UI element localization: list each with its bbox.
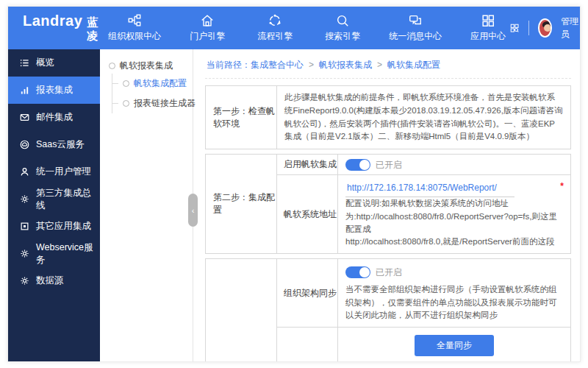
- sidebar-item-third-party-bus[interactable]: 第三方集成总线: [8, 185, 100, 213]
- sidebar-item-label: 概览: [36, 57, 54, 69]
- sidebar-item-label: 第三方集成总线: [36, 187, 100, 212]
- sidebar-item-label: Webservice服务: [36, 241, 100, 266]
- nav-label: 统一消息中心: [389, 30, 442, 43]
- sidebar-item-report-integration[interactable]: 报表集成: [8, 77, 100, 104]
- top-header: Landray 蓝凌 组织权限中心 门户引擎: [8, 7, 580, 49]
- tree-connector: [112, 103, 118, 104]
- system-address-row: 帆软系统地址 http://172.16.178.14:8075/WebRepo…: [277, 175, 570, 253]
- panel-collapse-handle[interactable]: ‹: [188, 194, 198, 227]
- tree-panel: 帆软报表集成 帆软集成配置 报表链接生成器 ‹: [100, 49, 193, 361]
- sidebar-item-label: 其它应用集成: [36, 220, 91, 233]
- breadcrumb-item-fanruan-report[interactable]: 帆软报表集成: [319, 60, 372, 70]
- sidebar-item-overview[interactable]: 概览: [8, 49, 100, 77]
- nav-label: 组织权限中心: [108, 30, 161, 43]
- breadcrumb-separator: >: [309, 60, 314, 70]
- home-icon: [200, 13, 215, 28]
- cloud-icon: [20, 140, 29, 149]
- search-icon: [335, 13, 350, 28]
- full-sync-row: 全量同步 全量同步 此操作正常只执行一次，就是上面的配置完成之后，执行一次全量同…: [277, 328, 570, 361]
- sidebar-item-label: Saas云服务: [36, 138, 85, 151]
- gear-icon: [20, 276, 29, 286]
- step2-title: 第二步：集成配置: [206, 155, 277, 253]
- nav-org-permission-center[interactable]: 组织权限中心: [108, 13, 161, 43]
- sidebar-item-datasource[interactable]: 数据源: [8, 267, 100, 294]
- sidebar-item-saas-cloud[interactable]: Saas云服务: [8, 131, 100, 158]
- breadcrumb-prefix: 当前路径：: [207, 60, 251, 70]
- tree-node-label: 帆软集成配置: [134, 77, 187, 90]
- org-sync-row: 组织架构同步 已开启 当不需要全部组织架构进行同步（手动设置帆软系统的组织架构）…: [277, 259, 570, 328]
- sidebar-item-user-management[interactable]: 统一用户管理: [8, 158, 100, 185]
- left-sidebar: 概览 报表集成 邮件集成 Saas云服务: [8, 49, 100, 361]
- nav-search-engine[interactable]: 搜索引擎: [321, 13, 364, 43]
- sidebar-item-other-apps[interactable]: 其它应用集成: [8, 213, 100, 240]
- box-icon: [20, 222, 29, 231]
- enable-integration-toggle[interactable]: [345, 159, 370, 171]
- step1-description: 此步骤是帆软集成的前提条件，即帆软系统环境准备，首先是安装帆软系统FineRep…: [277, 86, 570, 149]
- system-address-label: 帆软系统地址: [277, 175, 338, 253]
- logo-text-cn: 蓝凌: [87, 15, 98, 43]
- config-table: 第一步：检查帆软环境 此步骤是帆软集成的前提条件，即帆软系统环境准备，首先是安装…: [205, 79, 571, 361]
- tree-item-integration-config[interactable]: 帆软集成配置: [112, 74, 193, 93]
- overview-list-icon: [20, 58, 29, 68]
- nav-label: 应用中心: [470, 30, 506, 43]
- nav-label: 搜索引擎: [325, 30, 360, 43]
- nav-label: 门户引擎: [190, 30, 225, 43]
- header-divider: [528, 21, 529, 35]
- user-icon: [20, 167, 29, 177]
- step1-section: 第一步：检查帆软环境 此步骤是帆软集成的前提条件，即帆软系统环境准备，首先是安装…: [205, 85, 571, 149]
- sidebar-item-label: 报表集成: [36, 84, 73, 96]
- breadcrumb-separator: >: [377, 60, 382, 70]
- apps-grid-icon: [481, 13, 495, 28]
- chevron-left-icon: ‹: [192, 206, 195, 215]
- tree-node-label: 报表链接生成器: [134, 97, 196, 110]
- tree-node-label: 帆软报表集成: [120, 60, 173, 72]
- sidebar-item-mail-integration[interactable]: 邮件集成: [8, 104, 100, 131]
- sidebar-item-webservice[interactable]: Webservice服务: [8, 240, 100, 267]
- gear-icon: [20, 194, 29, 204]
- flow-icon: [268, 13, 282, 28]
- step3-section: 第三步：组织架构同步 组织架构同步 已开启 当不需要全部组织架构进行同步（手动设…: [205, 258, 571, 361]
- header-right-tools: 管理员: [509, 15, 581, 40]
- org-sync-description: 当不需要全部组织架构进行同步（手动设置帆软系统的组织架构），仅需要组件的单点功能…: [345, 285, 557, 319]
- gear-icon: [20, 249, 29, 258]
- step3-title: 第三步：组织架构同步: [206, 259, 277, 361]
- landray-app-window: Landray 蓝凌 组织权限中心 门户引擎: [7, 6, 581, 362]
- sidebar-item-label: 邮件集成: [36, 111, 73, 124]
- address-desc-line: http://localhost:8080/fr8.0,就是/ReportSer…: [345, 236, 563, 248]
- tree-connector: [112, 83, 118, 84]
- bar-chart-icon: [20, 85, 29, 95]
- nav-portal-engine[interactable]: 门户引擎: [186, 13, 229, 43]
- org-sync-label: 组织架构同步: [277, 259, 338, 327]
- user-avatar[interactable]: [538, 18, 552, 38]
- breadcrumb-item-integration-config[interactable]: 帆软集成配置: [387, 60, 440, 70]
- toggle-status-text: 已开启: [376, 266, 402, 279]
- tree-root-fanruan-report[interactable]: 帆软报表集成: [109, 60, 193, 72]
- nav-flow-engine[interactable]: 流程引擎: [254, 13, 296, 43]
- tree-node-icon: [123, 100, 129, 107]
- org-chart-icon: [127, 13, 142, 28]
- nav-message-center[interactable]: 统一消息中心: [389, 13, 442, 43]
- app-search-icon[interactable]: [509, 21, 520, 35]
- nav-app-center[interactable]: 应用中心: [467, 13, 509, 43]
- required-asterisk: *: [560, 180, 564, 193]
- landray-logo[interactable]: Landray 蓝凌: [8, 13, 98, 43]
- message-icon: [408, 13, 423, 28]
- tree-children: 帆软集成配置 报表链接生成器: [112, 74, 193, 113]
- user-name[interactable]: 管理员: [561, 15, 579, 40]
- system-address-input[interactable]: http://172.16.178.14:8075/WebReport/: [345, 180, 514, 197]
- nav-label: 流程引擎: [257, 30, 293, 43]
- step2-section: 第二步：集成配置 启用帆软集成 已开启 帆软系统地址 h: [205, 154, 571, 254]
- tree-node-icon: [109, 63, 115, 69]
- main-content: 当前路径：集成整合中心>帆软报表集成>帆软集成配置 第一步：检查帆软环境 此步骤…: [193, 49, 580, 361]
- breadcrumb: 当前路径：集成整合中心>帆软报表集成>帆软集成配置: [205, 49, 571, 79]
- org-sync-toggle[interactable]: [345, 266, 370, 278]
- address-desc-line: 为:http://localhost:8080/fr8.0/ReportServ…: [345, 210, 563, 236]
- enable-integration-label: 启用帆软集成: [277, 155, 338, 174]
- address-desc-line: 配置说明:如果帆软数据决策系统的访问地址: [345, 197, 563, 210]
- sidebar-item-label: 统一用户管理: [36, 166, 91, 178]
- tree-item-report-link-generator[interactable]: 报表链接生成器: [112, 93, 193, 113]
- mail-icon: [20, 113, 29, 122]
- tree-node-icon: [123, 80, 129, 87]
- full-sync-button[interactable]: 全量同步: [415, 335, 494, 356]
- breadcrumb-item-integration-center[interactable]: 集成整合中心: [251, 60, 304, 70]
